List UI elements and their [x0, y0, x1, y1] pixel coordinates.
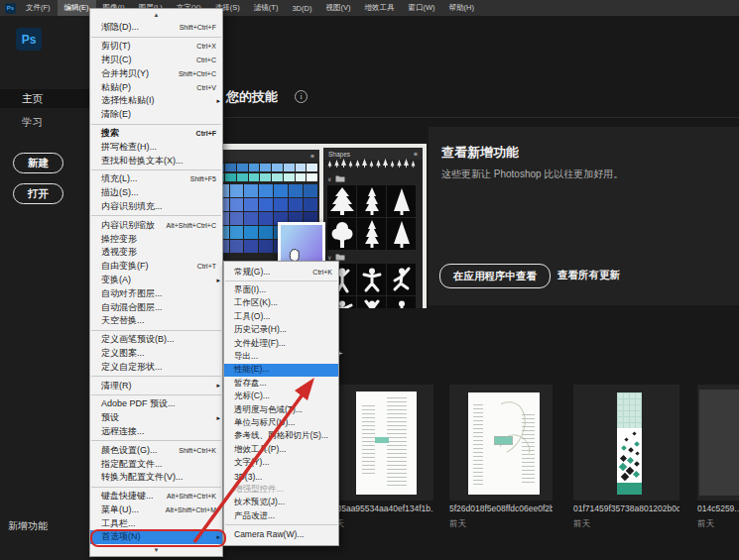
edit-menu-item[interactable]: 透视变形 [90, 246, 222, 260]
menubar-item[interactable]: 滤镜(T) [247, 0, 286, 16]
menubar-item[interactable]: 增效工具 [357, 0, 401, 16]
menubar-item[interactable]: 窗口(W) [401, 0, 441, 16]
edit-menu-item[interactable]: 内容识别缩放Alt+Shift+Ctrl+C [90, 218, 222, 232]
shape-thumbnail-icon[interactable] [383, 154, 388, 171]
edit-menu-item[interactable]: 菜单(U)...Alt+Shift+Ctrl+M [90, 504, 222, 517]
edit-menu-item[interactable]: 粘贴(P)Ctrl+V [90, 80, 222, 94]
color-swatch[interactable] [296, 173, 307, 181]
view-in-app-button[interactable]: 在应用程序中查看 [439, 264, 551, 288]
edit-menu-item[interactable]: 自动混合图层... [90, 300, 222, 314]
color-swatch[interactable] [230, 198, 244, 211]
color-swatch[interactable] [284, 164, 295, 171]
edit-menu-item[interactable]: 清除(E) [90, 108, 222, 122]
shape-thumbnail-icon[interactable] [411, 154, 416, 171]
edit-menu-item[interactable]: 定义图案... [90, 347, 222, 361]
color-swatch[interactable] [230, 212, 244, 225]
edit-menu-item[interactable]: 定义自定形状... [90, 360, 222, 374]
pine-tree-icon[interactable] [327, 185, 356, 217]
sidebar-whats-new-label[interactable]: 新增功能 [8, 519, 48, 533]
edit-menu-item[interactable]: 天空替换... [90, 314, 222, 328]
edit-menu-item[interactable]: 远程连接... [90, 425, 222, 439]
sidebar-item-learn[interactable]: 学习 [0, 113, 94, 132]
color-swatch[interactable] [272, 173, 283, 181]
color-swatch[interactable] [244, 212, 258, 225]
color-swatch[interactable] [260, 164, 271, 171]
sidebar-item-home[interactable]: 主页 [0, 89, 94, 108]
info-icon[interactable]: i [295, 90, 308, 103]
shape-group-folder[interactable]: ∨ [323, 172, 423, 184]
shape-thumbnail-icon[interactable] [341, 154, 346, 171]
edit-menu-item[interactable]: Adobe PDF 预设... [90, 397, 222, 411]
prefs-submenu-item[interactable]: 透明度与色域(T)... [224, 403, 338, 416]
shape-thumbnail-icon[interactable] [369, 154, 374, 171]
edit-menu-item[interactable]: 合并拷贝(Y)Shift+Ctrl+C [90, 66, 222, 80]
menubar-item[interactable]: 3D(D) [285, 0, 318, 16]
shape-thumbnail-icon[interactable] [334, 154, 339, 171]
color-swatch[interactable] [289, 198, 303, 211]
color-swatch[interactable] [237, 164, 248, 171]
prefs-submenu-item[interactable]: 导出... [224, 350, 338, 363]
new-file-button[interactable]: 新建 [13, 153, 63, 173]
edit-menu-item[interactable]: 渐隐(D)...Shift+Ctrl+F [90, 21, 222, 35]
edit-menu-item[interactable]: 描边(S)... [90, 186, 222, 200]
edit-menu-item[interactable]: 预设▸ [90, 411, 222, 425]
color-swatch[interactable] [307, 173, 317, 181]
color-swatch[interactable] [274, 184, 288, 197]
edit-menu-item[interactable]: 变换(A)▸ [90, 274, 222, 287]
recent-file-card[interactable] [697, 385, 739, 501]
edit-menu-item[interactable]: 定义画笔预设(B)... [90, 333, 222, 347]
prefs-submenu-item[interactable]: 文件处理(F)... [224, 337, 338, 350]
color-swatch[interactable] [284, 173, 295, 181]
color-swatch[interactable] [274, 198, 288, 211]
color-swatch[interactable] [244, 226, 258, 239]
color-swatch[interactable] [272, 164, 283, 171]
prefs-submenu-item[interactable]: Camera Raw(W)... [224, 527, 338, 540]
recent-file-card[interactable] [449, 385, 553, 501]
color-swatch[interactable] [259, 226, 273, 239]
recent-file-card[interactable] [573, 385, 679, 501]
color-swatch[interactable] [249, 164, 260, 171]
figure-pose-2-icon[interactable] [357, 264, 386, 295]
color-swatch[interactable] [230, 226, 244, 239]
edit-menu-item[interactable]: 内容识别填充... [90, 200, 222, 214]
view-all-updates-link[interactable]: 查看所有更新 [557, 269, 620, 282]
figure-pose-6-icon[interactable] [387, 296, 416, 308]
edit-menu-item[interactable]: 搜索Ctrl+F [90, 127, 222, 141]
edit-menu-item[interactable]: 拼写检查(H)... [90, 140, 222, 154]
prefs-submenu-item[interactable]: 工具(O)... [224, 310, 338, 323]
prefs-submenu-item[interactable]: 暂存盘... [224, 377, 338, 390]
shape-thumbnail-icon[interactable] [390, 154, 395, 171]
shape-thumbnail-icon[interactable] [348, 154, 353, 171]
edit-menu-item[interactable]: 拷贝(C)Ctrl+C [90, 54, 222, 67]
edit-menu-item[interactable]: 查找和替换文本(X)... [90, 154, 222, 168]
color-swatch[interactable] [259, 240, 273, 253]
color-swatch[interactable] [244, 240, 258, 253]
prefs-submenu-item[interactable]: 历史记录(H)... [224, 324, 338, 337]
menubar-item[interactable]: 视图(V) [318, 0, 357, 16]
figure-pose-5-icon[interactable] [357, 296, 386, 308]
color-swatch[interactable] [225, 173, 236, 181]
color-swatch[interactable] [260, 173, 271, 181]
prefs-submenu-item[interactable]: 界面(I)... [224, 283, 338, 296]
color-swatch[interactable] [244, 184, 258, 197]
slim-pine-tree-icon[interactable] [357, 185, 386, 217]
prefs-submenu-item-performance[interactable]: 性能(E)... [224, 364, 338, 377]
cone-tree-icon[interactable] [387, 185, 416, 217]
edit-menu-item[interactable]: 自动对齐图层... [90, 286, 222, 300]
figure-pose-3-icon[interactable] [387, 264, 416, 295]
prefs-submenu-item[interactable]: 产品改进... [224, 509, 338, 522]
edit-menu-item[interactable]: 剪切(T)Ctrl+X [90, 40, 222, 54]
edit-menu-item[interactable]: 颜色设置(G)...Shift+Ctrl+K [90, 443, 222, 457]
prefs-submenu-item[interactable]: 单位与标尺(U)... [224, 416, 338, 429]
color-swatch[interactable] [289, 184, 303, 197]
shape-thumbnail-icon[interactable] [376, 154, 381, 171]
shape-thumbnail-icon[interactable] [327, 154, 332, 171]
bushy-tree-icon[interactable] [327, 218, 356, 250]
prefs-submenu-item[interactable]: 3D(3)... [224, 470, 338, 483]
slim-pine-tree-icon[interactable] [357, 218, 386, 250]
color-swatch[interactable] [259, 184, 273, 197]
edit-menu-item[interactable]: 自由变换(F)Ctrl+T [90, 260, 222, 274]
color-swatch[interactable] [230, 184, 244, 197]
menu-scroll-up-icon[interactable]: ▲ [90, 9, 222, 21]
prefs-submenu-item[interactable]: 参考线、网格和切片(S)... [224, 430, 338, 443]
